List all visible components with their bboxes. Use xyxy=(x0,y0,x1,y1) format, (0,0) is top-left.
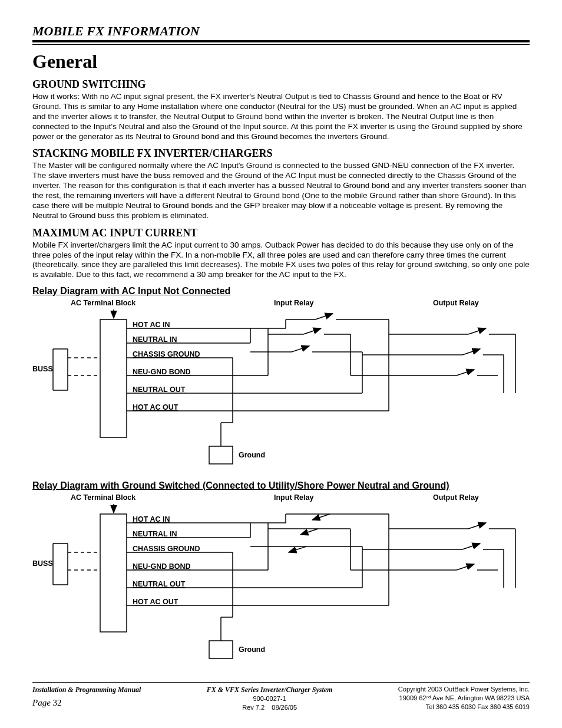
section-ground-switching-title: GROUND SWITCHING xyxy=(32,78,530,91)
d2-hot-ac-out: HOT AC OUT xyxy=(133,598,178,606)
svg-line-72 xyxy=(300,529,318,535)
svg-rect-62 xyxy=(209,641,233,658)
svg-rect-1 xyxy=(100,319,127,437)
d2-ac-terminal: AC Terminal Block xyxy=(71,493,135,502)
diagram1-title: Relay Diagram with AC Input Not Connecte… xyxy=(32,286,530,297)
d2-neutral-in: NEUTRAL IN xyxy=(133,530,177,538)
d2-neu-gnd-bond: NEU-GND BOND xyxy=(133,562,191,571)
diagram2-title: Relay Diagram with Ground Switched (Conn… xyxy=(32,480,530,491)
footer-date: 08/26/05 xyxy=(272,704,297,711)
diagram1: AC Terminal Block Input Relay Output Rel… xyxy=(32,299,530,476)
page-footer: Installation & Programming Manual Page 3… xyxy=(32,685,530,712)
section-stacking-title: STACKING MOBILE FX INVERTER/CHARGERS xyxy=(32,147,530,160)
d2-ground: Ground xyxy=(239,645,265,654)
d2-output-relay: Output Relay xyxy=(433,493,479,502)
svg-line-25 xyxy=(303,328,321,334)
svg-line-87 xyxy=(462,543,480,549)
d1-hot-ac-out: HOT AC OUT xyxy=(133,403,178,411)
svg-line-38 xyxy=(468,328,486,334)
footer-rev: Rev 7.2 xyxy=(242,704,265,711)
svg-line-42 xyxy=(457,370,474,375)
d1-neutral-out: NEUTRAL OUT xyxy=(133,386,185,394)
main-heading: General xyxy=(32,51,530,73)
d2-buss: BUSS xyxy=(32,559,53,568)
svg-rect-15 xyxy=(209,446,233,464)
section-max-ac-title: MAXIMUM AC INPUT CURRENT xyxy=(32,227,530,239)
svg-line-27 xyxy=(292,346,309,352)
d1-hot-ac-in: HOT AC IN xyxy=(133,321,170,329)
d1-ground: Ground xyxy=(239,451,265,459)
page-header: MOBILE FX INFORMATION xyxy=(32,24,530,42)
footer-copyright: Copyright 2003 OutBack Power Systems, In… xyxy=(398,685,530,694)
svg-line-40 xyxy=(462,349,480,355)
d2-neutral-out: NEUTRAL OUT xyxy=(133,580,185,588)
d1-neu-gnd-bond: NEU-GND BOND xyxy=(133,368,191,376)
svg-rect-48 xyxy=(100,514,127,632)
d1-chassis-ground: CHASSIS GROUND xyxy=(133,350,200,358)
d2-chassis-ground: CHASSIS GROUND xyxy=(133,545,200,553)
diagram1-svg xyxy=(32,299,530,476)
svg-line-85 xyxy=(468,523,486,529)
footer-phone: Tel 360 435 6030 Fax 360 435 6019 xyxy=(398,703,530,711)
diagram2: AC Terminal Block Input Relay Output Rel… xyxy=(32,493,530,670)
svg-line-74 xyxy=(289,546,306,552)
section-stacking-body: The Master will be configured normally w… xyxy=(32,161,530,220)
d1-input-relay: Input Relay xyxy=(274,299,313,307)
footer-rule xyxy=(32,682,530,683)
d1-neutral-in: NEUTRAL IN xyxy=(133,335,177,344)
footer-page-number: 32 xyxy=(53,698,62,707)
footer-address: 19009 62ⁿᵈ Ave NE, Arlington WA 98223 US… xyxy=(398,694,530,703)
footer-page-label: Page xyxy=(32,698,51,707)
footer-doc-number: 900-0027-1 xyxy=(141,694,398,703)
svg-line-23 xyxy=(315,314,333,319)
d1-buss: BUSS xyxy=(32,365,53,373)
section-ground-switching-body: How it works: With no AC input signal pr… xyxy=(32,92,530,141)
d1-ac-terminal: AC Terminal Block xyxy=(71,299,135,307)
d2-hot-ac-in: HOT AC IN xyxy=(133,515,170,523)
footer-manual-title: Installation & Programming Manual xyxy=(32,685,141,694)
svg-line-70 xyxy=(312,514,330,520)
section-max-ac-body: Mobile FX inverter/chargers limit the AC… xyxy=(32,241,530,281)
d2-input-relay: Input Relay xyxy=(274,493,313,502)
d1-output-relay: Output Relay xyxy=(433,299,479,307)
footer-product-title: FX & VFX Series Inverter/Charger System xyxy=(141,685,398,694)
svg-line-89 xyxy=(457,564,474,570)
diagram2-svg xyxy=(32,493,530,670)
